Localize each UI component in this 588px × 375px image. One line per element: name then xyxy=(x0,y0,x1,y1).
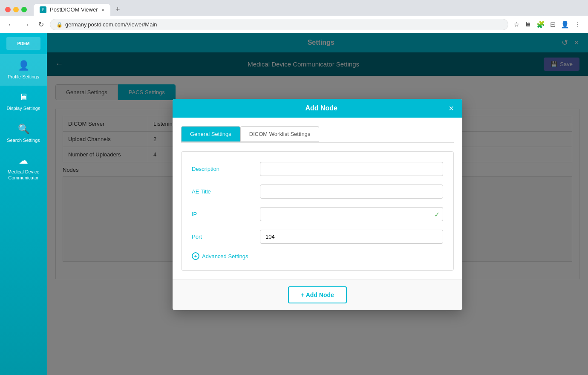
browser-toolbar: ← → ↻ 🔒 germany.postdicom.com/Viewer/Mai… xyxy=(0,16,588,33)
display-settings-icon: 🖥 xyxy=(19,92,28,103)
extensions-icon[interactable]: 🧩 xyxy=(535,19,547,30)
add-node-dialog: Add Node × General Settings DICOM Workli… xyxy=(173,99,462,310)
mdc-label: Medical Device Communicator xyxy=(3,169,43,181)
window-controls xyxy=(5,7,27,12)
tab-title: PostDICOM Viewer xyxy=(50,6,98,13)
forward-button[interactable]: → xyxy=(20,19,32,30)
app-container: PDEM 👤 Profile Settings 🖥 Display Settin… xyxy=(0,33,588,375)
dialog-tab-worklist[interactable]: DICOM Worklist Settings xyxy=(240,126,320,142)
search-settings-label: Search Settings xyxy=(7,137,40,143)
ip-row: IP ✓ xyxy=(192,207,443,221)
bookmark-icon[interactable]: ☆ xyxy=(512,19,521,30)
add-node-button[interactable]: + Add Node xyxy=(288,286,347,303)
port-label: Port xyxy=(192,234,260,240)
sidebar-logo: PDEM xyxy=(6,37,40,50)
search-settings-icon: 🔍 xyxy=(18,124,29,135)
tab-favicon: P xyxy=(40,6,46,13)
dialog-close-button[interactable]: × xyxy=(449,104,454,112)
dialog-tabs: General Settings DICOM Worklist Settings xyxy=(181,126,454,143)
port-row: Port xyxy=(192,230,443,244)
new-tab-button[interactable]: + xyxy=(114,3,122,16)
ae-title-input[interactable] xyxy=(260,185,443,199)
sidebar-item-display[interactable]: 🖥 Display Settings xyxy=(0,86,47,117)
description-label: Description xyxy=(192,166,260,172)
dialog-form-content: Description AE Title IP xyxy=(181,151,454,271)
ae-title-label: AE Title xyxy=(192,188,260,195)
ip-valid-icon: ✓ xyxy=(434,210,440,218)
mdc-icon: ☁ xyxy=(19,155,28,166)
display-settings-label: Display Settings xyxy=(7,105,40,111)
sidebar-item-search[interactable]: 🔍 Search Settings xyxy=(0,118,47,149)
profile-icon[interactable]: 👤 xyxy=(559,19,571,30)
advanced-settings-icon: + xyxy=(192,252,199,260)
address-bar[interactable]: 🔒 germany.postdicom.com/Viewer/Main xyxy=(50,19,508,30)
address-text: germany.postdicom.com/Viewer/Main xyxy=(65,21,157,28)
back-button[interactable]: ← xyxy=(5,19,17,30)
close-dot[interactable] xyxy=(5,7,11,12)
minimize-dot[interactable] xyxy=(13,7,19,12)
toolbar-icons: ☆ 🖥 🧩 ⊟ 👤 ⋮ xyxy=(512,19,583,30)
maximize-dot[interactable] xyxy=(21,7,27,12)
profile-settings-icon: 👤 xyxy=(18,60,29,71)
dialog-tab-general[interactable]: General Settings xyxy=(181,126,240,142)
sidebar-icon[interactable]: ⊟ xyxy=(548,19,557,30)
sidebar-item-mdc[interactable]: ☁ Medical Device Communicator xyxy=(0,149,47,187)
refresh-button[interactable]: ↻ xyxy=(36,19,46,30)
advanced-settings-label: Advanced Settings xyxy=(202,253,248,260)
sidebar: PDEM 👤 Profile Settings 🖥 Display Settin… xyxy=(0,33,47,375)
description-row: Description xyxy=(192,162,443,176)
ip-input[interactable] xyxy=(260,207,443,221)
ip-label: IP xyxy=(192,211,260,217)
dialog-backdrop: Add Node × General Settings DICOM Workli… xyxy=(47,33,588,375)
main-content: Settings ↺ × ← Medical Device Communicat… xyxy=(47,33,588,375)
dialog-header: Add Node × xyxy=(173,99,462,118)
menu-icon[interactable]: ⋮ xyxy=(573,19,583,30)
ip-input-wrapper: ✓ xyxy=(260,207,443,221)
description-input[interactable] xyxy=(260,162,443,176)
tab-close-icon[interactable]: × xyxy=(102,7,104,12)
dialog-title: Add Node xyxy=(194,104,449,112)
lock-icon: 🔒 xyxy=(56,22,63,28)
cast-icon[interactable]: 🖥 xyxy=(523,19,533,30)
browser-chrome: P PostDICOM Viewer × + ← → ↻ 🔒 germany.p… xyxy=(0,0,588,33)
ae-title-row: AE Title xyxy=(192,185,443,199)
settings-window: Settings ↺ × ← Medical Device Communicat… xyxy=(47,33,588,375)
advanced-settings-link[interactable]: + Advanced Settings xyxy=(192,252,443,260)
sidebar-item-profile[interactable]: 👤 Profile Settings xyxy=(0,54,47,86)
profile-settings-label: Profile Settings xyxy=(8,74,39,80)
dialog-footer: + Add Node xyxy=(173,279,462,310)
port-input[interactable] xyxy=(260,230,443,244)
dialog-body: General Settings DICOM Worklist Settings… xyxy=(173,118,462,279)
browser-tab[interactable]: P PostDICOM Viewer × xyxy=(34,4,110,16)
